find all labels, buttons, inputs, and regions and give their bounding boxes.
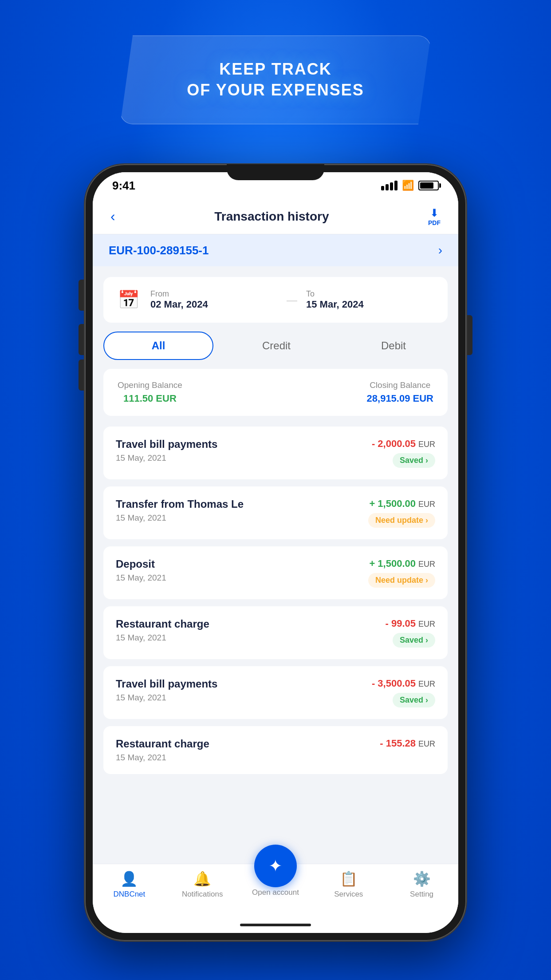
date-separator: —: [287, 294, 297, 306]
tx-amount: - 99.05: [385, 618, 416, 629]
open-account-icon: ✦: [268, 856, 283, 876]
from-value: 02 Mar, 2024: [150, 299, 278, 310]
tx-date: 15 May, 2021: [116, 573, 166, 583]
tx-name: Travel bill payments: [116, 678, 217, 690]
nav-header: ‹ Transaction history ⬇ PDF: [93, 199, 458, 234]
tx-amount: + 1,500.00: [369, 498, 416, 510]
filter-tab-all[interactable]: All: [103, 332, 213, 360]
date-fields: From 02 Mar, 2024 — To 15 Mar, 2024: [150, 289, 433, 310]
tx-badge[interactable]: Saved ›: [393, 453, 435, 468]
opening-balance: Opening Balance 111.50 EUR: [118, 380, 182, 404]
tx-currency: EUR: [418, 680, 435, 689]
notifications-icon: 🔔: [193, 870, 211, 887]
wifi-icon: 📶: [402, 180, 414, 191]
tx-currency: EUR: [418, 560, 435, 569]
transaction-item: Travel bill payments15 May, 2021- 3,500.…: [103, 666, 448, 719]
tab-open-account[interactable]: Open account: [244, 888, 307, 897]
pdf-icon: ⬇: [430, 207, 439, 219]
tab-services[interactable]: 📋 Services: [318, 870, 380, 899]
tx-date: 15 May, 2021: [116, 693, 217, 703]
filter-tab-credit[interactable]: Credit: [222, 332, 331, 359]
tx-currency: EUR: [418, 500, 435, 509]
opening-balance-value: 111.50 EUR: [118, 393, 182, 404]
tx-currency: EUR: [418, 739, 435, 749]
setting-icon: ⚙️: [413, 870, 431, 887]
tab-notifications[interactable]: 🔔 Notifications: [171, 870, 233, 899]
tab-dnbcnet-label: DNBCnet: [113, 890, 145, 899]
tx-date: 15 May, 2021: [116, 633, 209, 643]
tab-setting-label: Setting: [410, 890, 433, 899]
closing-balance-label: Closing Balance: [367, 380, 433, 390]
pdf-label: PDF: [428, 219, 441, 226]
tab-bar: ✦ 👤 DNBCnet 🔔 Notifications Open account…: [93, 864, 458, 917]
tab-open-account-label: Open account: [252, 888, 299, 897]
tx-name: Travel bill payments: [116, 438, 217, 450]
services-icon: 📋: [340, 870, 358, 887]
from-date-field[interactable]: From 02 Mar, 2024: [150, 289, 278, 310]
content-area: 📅 From 02 Mar, 2024 — To 15 Mar, 2024: [93, 266, 458, 864]
transaction-list: Travel bill payments15 May, 2021- 2,000.…: [93, 427, 458, 774]
tab-services-label: Services: [334, 890, 363, 899]
tx-badge[interactable]: Need update ›: [368, 513, 435, 528]
date-range-picker[interactable]: 📅 From 02 Mar, 2024 — To 15 Mar, 2024: [103, 277, 448, 323]
account-number: EUR-100-289155-1: [109, 244, 209, 257]
status-icons: 📶: [381, 180, 439, 191]
tab-notifications-label: Notifications: [182, 890, 223, 899]
tab-dnbcnet[interactable]: 👤 DNBCnet: [98, 870, 160, 899]
tx-amount: - 3,500.05: [372, 678, 416, 689]
closing-balance-value: 28,915.09 EUR: [367, 393, 433, 404]
phone-wrapper: 9:41 📶 ‹ Transaction his: [85, 164, 466, 941]
opening-balance-label: Opening Balance: [118, 380, 182, 390]
chevron-right-icon: ›: [438, 243, 442, 257]
phone-screen: 9:41 📶 ‹ Transaction his: [93, 172, 458, 933]
page-title: Transaction history: [214, 209, 329, 224]
tx-badge[interactable]: Saved ›: [393, 633, 435, 648]
tab-setting[interactable]: ⚙️ Setting: [391, 870, 453, 899]
notch: [227, 164, 324, 180]
transaction-item: Restaurant charge15 May, 2021- 99.05EURS…: [103, 606, 448, 659]
filter-tabs: All Credit Debit: [93, 323, 458, 369]
banner-text: KEEP TRACK OF YOUR EXPENSES: [187, 59, 364, 101]
transaction-item: Deposit15 May, 2021+ 1,500.00EURNeed upd…: [103, 546, 448, 599]
transaction-item: Restaurant charge15 May, 2021- 155.28EUR: [103, 726, 448, 774]
from-label: From: [150, 289, 278, 299]
tx-name: Deposit: [116, 558, 166, 570]
tx-date: 15 May, 2021: [116, 753, 209, 763]
to-label: To: [306, 289, 433, 299]
tx-date: 15 May, 2021: [116, 453, 217, 463]
tx-amount: + 1,500.00: [369, 558, 416, 569]
open-account-center-button[interactable]: ✦: [254, 845, 297, 887]
tx-badge[interactable]: Saved ›: [393, 693, 435, 707]
tx-name: Restaurant charge: [116, 618, 209, 630]
calendar-icon: 📅: [118, 289, 140, 310]
top-banner: KEEP TRACK OF YOUR EXPENSES: [120, 36, 431, 124]
pdf-download-button[interactable]: ⬇ PDF: [428, 207, 441, 226]
tx-currency: EUR: [418, 440, 435, 449]
tx-name: Transfer from Thomas Le: [116, 498, 244, 510]
back-button[interactable]: ‹: [110, 208, 115, 225]
transaction-item: Travel bill payments15 May, 2021- 2,000.…: [103, 427, 448, 479]
closing-balance: Closing Balance 28,915.09 EUR: [367, 380, 433, 404]
tx-name: Restaurant charge: [116, 738, 209, 750]
to-value: 15 Mar, 2024: [306, 299, 433, 310]
tx-date: 15 May, 2021: [116, 513, 244, 523]
home-bar: [240, 924, 311, 926]
to-date-field[interactable]: To 15 Mar, 2024: [306, 289, 433, 310]
home-indicator: [93, 917, 458, 933]
tx-badge[interactable]: Need update ›: [368, 573, 435, 588]
transaction-item: Transfer from Thomas Le15 May, 2021+ 1,5…: [103, 486, 448, 539]
battery-icon: [418, 181, 439, 190]
dnbcnet-icon: 👤: [120, 870, 138, 887]
tx-amount: - 2,000.05: [372, 438, 416, 450]
balance-summary: Opening Balance 111.50 EUR Closing Balan…: [103, 369, 448, 416]
status-time: 9:41: [112, 179, 135, 193]
phone-frame: 9:41 📶 ‹ Transaction his: [85, 164, 466, 941]
filter-tab-debit[interactable]: Debit: [339, 332, 448, 359]
account-selector[interactable]: EUR-100-289155-1 ›: [93, 234, 458, 266]
signal-icon: [381, 181, 398, 190]
tx-currency: EUR: [418, 620, 435, 629]
tx-amount: - 155.28: [380, 738, 416, 749]
